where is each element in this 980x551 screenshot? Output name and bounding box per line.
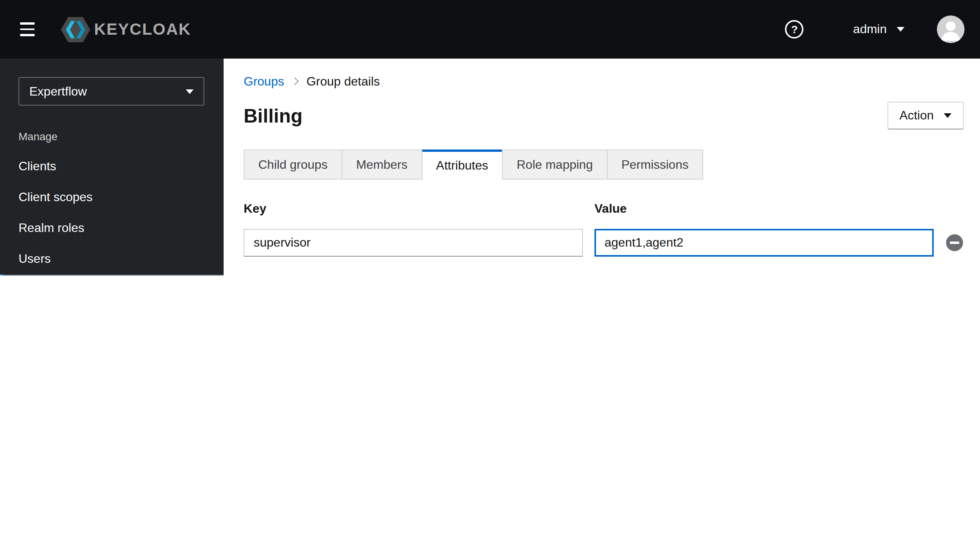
masthead-right: ? admin xyxy=(785,15,968,43)
hamburger-menu-icon[interactable] xyxy=(19,20,36,39)
page-title: Billing xyxy=(244,104,303,127)
tab-attributes[interactable]: Attributes xyxy=(421,150,503,180)
chevron-down-icon xyxy=(897,27,904,32)
help-icon[interactable]: ? xyxy=(785,20,804,39)
attribute-table-headers: Key Value xyxy=(244,201,964,217)
realm-selector-value: Expertflow xyxy=(29,84,87,98)
breadcrumb-groups-link[interactable]: Groups xyxy=(244,75,284,89)
masthead: KEYCLOAK ? admin xyxy=(0,0,980,59)
sidebar: Expertflow Manage Clients Client scopes … xyxy=(0,59,224,276)
user-menu-dropdown[interactable]: admin xyxy=(853,22,904,36)
breadcrumb: Groups Group details xyxy=(244,74,964,89)
chevron-down-icon xyxy=(944,113,951,118)
tab-child-groups[interactable]: Child groups xyxy=(244,150,342,180)
sidebar-item-users[interactable]: Users xyxy=(0,244,224,274)
help-glyph: ? xyxy=(791,23,798,35)
brand-text: KEYCLOAK xyxy=(94,20,191,39)
hamburger-bar xyxy=(20,29,35,30)
key-column-header: Key xyxy=(244,202,583,216)
user-icon xyxy=(937,15,965,43)
nav-section-manage: Manage xyxy=(19,130,224,143)
chevron-down-icon xyxy=(186,89,194,94)
tab-members[interactable]: Members xyxy=(342,150,422,180)
minus-circle-icon xyxy=(946,234,963,251)
realm-selector[interactable]: Expertflow xyxy=(19,77,204,106)
hamburger-bar xyxy=(20,34,35,36)
attribute-key-input[interactable] xyxy=(244,229,583,257)
chevron-right-icon xyxy=(291,77,299,85)
manage-nav-list: Clients Client scopes Realm roles Users … xyxy=(0,151,224,276)
breadcrumb-current: Group details xyxy=(306,75,380,89)
attribute-value-input[interactable] xyxy=(594,229,934,257)
username: admin xyxy=(853,22,887,36)
main-content: Groups Group details Billing Action Chil… xyxy=(224,59,980,276)
value-column-header: Value xyxy=(594,202,934,216)
group-detail-tabs: Child groups Members Attributes Role map… xyxy=(244,150,964,180)
sidebar-item-realm-roles[interactable]: Realm roles xyxy=(0,213,224,244)
remove-attribute-button[interactable] xyxy=(945,234,964,251)
action-dropdown-button[interactable]: Action xyxy=(887,102,964,129)
keycloak-logo-icon xyxy=(61,17,90,42)
sidebar-item-clients[interactable]: Clients xyxy=(0,151,224,182)
sidebar-item-client-scopes[interactable]: Client scopes xyxy=(0,182,224,213)
hamburger-bar xyxy=(20,23,35,25)
tab-role-mapping[interactable]: Role mapping xyxy=(502,150,607,180)
attribute-row xyxy=(244,229,964,257)
avatar[interactable] xyxy=(937,15,965,43)
app-body: Expertflow Manage Clients Client scopes … xyxy=(0,59,980,276)
keycloak-logo: KEYCLOAK xyxy=(61,17,191,42)
tab-permissions[interactable]: Permissions xyxy=(607,150,703,180)
sidebar-item-groups[interactable]: Groups xyxy=(0,274,224,276)
action-label: Action xyxy=(899,109,934,123)
keycloak-admin-console: KEYCLOAK ? admin Expertflow xyxy=(0,0,980,276)
title-row: Billing Action xyxy=(244,102,964,129)
